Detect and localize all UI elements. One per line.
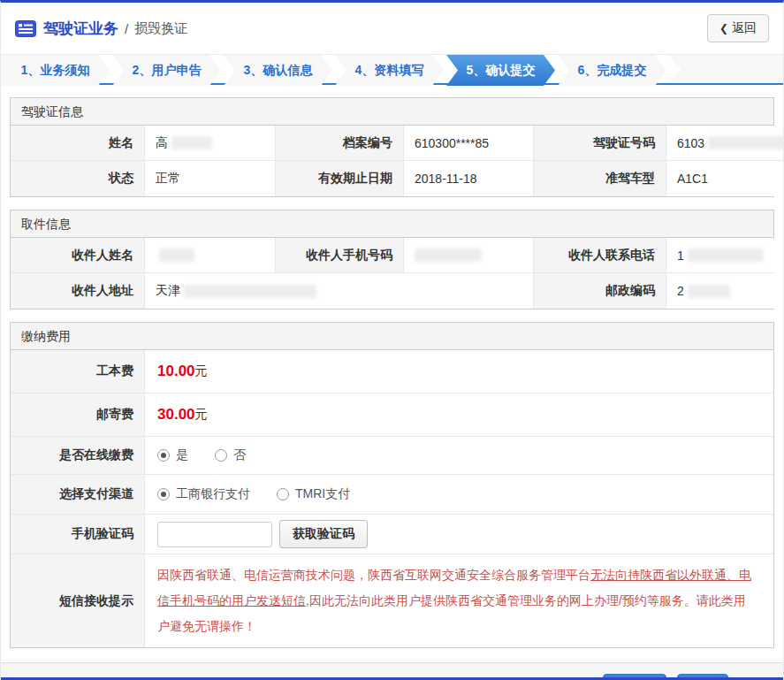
field-value-vehicle-class: A1C1 [666, 161, 784, 196]
radio-channel-tmri[interactable]: TMRI支付 [277, 486, 350, 502]
pay-online-options: 是 否 [145, 437, 773, 474]
currency-unit: 元 [195, 363, 208, 379]
field-label-recipient-name: 收件人姓名 [11, 238, 145, 273]
field-label-name: 姓名 [11, 126, 145, 161]
pickup-info-table: 收件人姓名 收件人手机号码 收件人联系电话 1 收件人地址 天津 邮政编码 2 [11, 238, 773, 309]
page: { "colors": { "accent_blue": "#2b49c5", … [0, 0, 784, 680]
redacted-text [184, 285, 316, 298]
fee-row-postage: 邮寄费 30.00元 [11, 393, 773, 437]
back-button-label: 返回 [732, 20, 757, 36]
sms-notice-label: 短信接收提示 [11, 554, 145, 647]
field-value-recipient-name [145, 238, 276, 273]
fee-label-production: 工本费 [11, 350, 145, 393]
field-value-file-number: 610300****85 [404, 126, 534, 161]
field-label-postal-code: 邮政编码 [534, 273, 666, 309]
radio-unselected-icon [277, 488, 289, 500]
row-sms-notice: 短信接收提示 因陕西省联通、电信运营商技术问题，陕西省互联网交通安全综合服务管理… [11, 554, 773, 647]
field-label-vehicle-class: 准驾车型 [534, 161, 666, 196]
section-fees: 缴纳费用 工本费 10.00元 邮寄费 30.00元 是否在线缴费 是 否 选择… [10, 322, 774, 648]
field-label-license-number: 驾驶证号码 [534, 126, 666, 161]
radio-selected-icon [157, 488, 170, 500]
radio-pay-online-yes[interactable]: 是 [157, 447, 188, 463]
header: 驾驶证业务 / 损毁换证 ❮ 返回 [1, 3, 783, 54]
radio-unselected-icon [215, 449, 227, 462]
captcha-input[interactable] [157, 522, 272, 547]
pay-channel-label: 选择支付渠道 [11, 475, 145, 514]
get-captcha-button[interactable]: 获取验证码 [279, 520, 368, 548]
redacted-text [415, 248, 482, 262]
section-license-info: 驾驶证信息 姓名 高 档案编号 610300****85 驾驶证号码 6103 … [10, 97, 774, 197]
field-value-name: 高 [145, 126, 276, 161]
pay-online-label: 是否在线缴费 [11, 437, 145, 474]
step-bar: 1、业务须知 2、用户申告 3、确认信息 4、资料填写 5、确认提交 6、完成提… [1, 54, 783, 85]
field-label-recipient-phone: 收件人联系电话 [534, 238, 666, 273]
row-captcha: 手机验证码 获取验证码 [11, 515, 773, 554]
page-title: 驾驶证业务 [43, 19, 118, 39]
redacted-text [688, 285, 730, 298]
sms-notice-text: 因陕西省联通、电信运营商技术问题，陕西省互联网交通安全综合服务管理平台无法向持陕… [157, 554, 761, 647]
section-title: 取件信息 [11, 210, 773, 238]
step-5-confirm-submit[interactable]: 5、确认提交 [446, 55, 555, 86]
redacted-text [159, 248, 194, 262]
row-pay-channel: 选择支付渠道 工商银行支付 TMRI支付 [11, 475, 773, 515]
step-6-complete-submit[interactable]: 6、完成提交 [558, 55, 666, 86]
fee-value-postage: 30.00元 [145, 393, 773, 436]
fee-label-postage: 邮寄费 [11, 393, 145, 436]
sms-notice-content: 因陕西省联通、电信运营商技术问题，陕西省互联网交通安全综合服务管理平台无法向持陕… [145, 554, 773, 647]
breadcrumb-current: 损毁换证 [134, 20, 187, 37]
redacted-text [171, 136, 212, 149]
radio-selected-icon [157, 449, 170, 462]
captcha-controls: 获取验证码 [145, 515, 773, 554]
step-3-confirm-info[interactable]: 3、确认信息 [224, 55, 332, 86]
field-value-status: 正常 [145, 161, 276, 196]
step-4-fill-data[interactable]: 4、资料填写 [335, 55, 444, 86]
step-2-user-declaration[interactable]: 2、用户申告 [112, 55, 221, 86]
field-value-recipient-phone: 1 [666, 238, 774, 273]
chevron-left-icon: ❮ [719, 22, 728, 34]
field-value-license-number: 6103 [666, 126, 784, 161]
field-value-recipient-mobile [404, 238, 534, 273]
fee-value-production: 10.00元 [145, 350, 773, 393]
license-info-table: 姓名 高 档案编号 610300****85 驾驶证号码 6103 状态 正常 … [11, 126, 773, 196]
field-label-file-number: 档案编号 [276, 126, 404, 161]
redacted-text [688, 248, 764, 262]
section-pickup-info: 取件信息 收件人姓名 收件人手机号码 收件人联系电话 1 收件人地址 天津 邮政… [10, 210, 774, 309]
postage-fee-amount: 30.00 [157, 406, 195, 424]
section-title: 缴纳费用 [11, 323, 773, 350]
field-value-recipient-address: 天津 [145, 273, 534, 309]
redacted-text [708, 136, 784, 149]
step-bar-filler [669, 55, 783, 83]
production-fee-amount: 10.00 [157, 363, 195, 380]
pay-channel-options: 工商银行支付 TMRI支付 [145, 475, 773, 514]
field-label-recipient-mobile: 收件人手机号码 [276, 238, 404, 273]
row-pay-online: 是否在线缴费 是 否 [11, 437, 773, 475]
field-value-expiry-date: 2018-11-18 [404, 161, 534, 196]
currency-unit: 元 [195, 407, 208, 423]
field-label-status: 状态 [11, 161, 145, 196]
step-1-business-notice[interactable]: 1、业务须知 [1, 55, 110, 86]
section-title: 驾驶证信息 [11, 98, 773, 126]
field-value-postal-code: 2 [666, 273, 774, 309]
field-label-expiry-date: 有效期止日期 [276, 161, 404, 196]
back-button[interactable]: ❮ 返回 [707, 14, 769, 42]
radio-channel-icbc[interactable]: 工商银行支付 [157, 486, 250, 502]
license-business-icon [15, 20, 36, 37]
field-label-recipient-address: 收件人地址 [11, 273, 145, 309]
fee-row-production: 工本费 10.00元 [11, 350, 773, 393]
captcha-label: 手机验证码 [11, 515, 145, 554]
radio-pay-online-no[interactable]: 否 [215, 447, 246, 463]
breadcrumb-separator: / [125, 21, 128, 36]
